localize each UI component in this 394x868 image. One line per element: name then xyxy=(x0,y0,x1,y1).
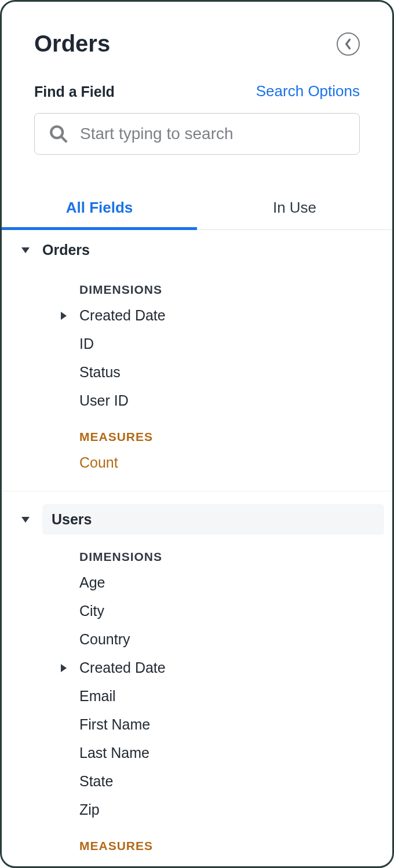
chevron-down-icon xyxy=(21,517,30,523)
field-label: First Name xyxy=(79,716,150,733)
dimension-field[interactable]: Email xyxy=(2,682,392,710)
dimension-field[interactable]: City xyxy=(2,597,392,625)
search-icon xyxy=(49,124,68,144)
field-label: ID xyxy=(79,335,94,352)
search-input[interactable] xyxy=(80,125,345,143)
field-label: Created Date xyxy=(79,307,166,324)
tab-in-use[interactable]: In Use xyxy=(197,188,392,229)
field-label: City xyxy=(79,603,104,619)
measure-field[interactable]: Count xyxy=(2,448,392,477)
dimension-field[interactable]: Age xyxy=(2,568,392,597)
field-label: Count xyxy=(79,454,118,471)
group-name: Orders xyxy=(42,242,90,258)
field-label: State xyxy=(79,773,113,790)
group-header-users[interactable]: Users xyxy=(42,504,384,535)
measures-label: MEASURES xyxy=(2,415,392,448)
dimension-field[interactable]: ID xyxy=(2,330,392,358)
dimension-field[interactable]: Created Date xyxy=(2,301,392,330)
tabs: All Fields In Use xyxy=(2,188,392,230)
field-label: Status xyxy=(79,364,121,381)
dimension-field[interactable]: Status xyxy=(2,358,392,386)
measures-label: MEASURES xyxy=(2,824,392,858)
collapse-panel-button[interactable] xyxy=(337,32,360,56)
search-box[interactable] xyxy=(34,113,360,155)
svg-line-1 xyxy=(61,136,67,142)
dimension-field[interactable]: Zip xyxy=(2,796,392,824)
dimensions-label: DIMENSIONS xyxy=(2,535,392,568)
measure-field[interactable]: Count xyxy=(2,858,392,868)
chevron-down-icon xyxy=(21,247,30,253)
search-options-link[interactable]: Search Options xyxy=(256,82,360,100)
panel-title: Orders xyxy=(34,31,110,57)
field-label: Email xyxy=(79,688,116,705)
dimensions-label: DIMENSIONS xyxy=(2,268,392,301)
field-label: Age xyxy=(79,574,105,591)
field-label: Created Date xyxy=(79,659,166,676)
dimension-field[interactable]: User ID xyxy=(2,386,392,415)
field-label: Last Name xyxy=(79,745,149,761)
find-field-label: Find a Field xyxy=(34,83,115,100)
field-picker-panel: Orders Find a Field Search Options All F… xyxy=(0,0,394,868)
group-name: Users xyxy=(52,511,92,527)
field-list: Orders DIMENSIONS Created Date ID Status… xyxy=(2,230,392,868)
chevron-right-icon xyxy=(61,312,67,320)
dimension-field[interactable]: State xyxy=(2,767,392,796)
tab-all-fields[interactable]: All Fields xyxy=(2,188,197,229)
dimension-field[interactable]: Created Date xyxy=(2,654,392,682)
svg-point-0 xyxy=(51,126,63,138)
field-label: Zip xyxy=(79,801,100,818)
chevron-left-icon xyxy=(344,38,352,50)
dimension-field[interactable]: Country xyxy=(2,625,392,654)
field-label: Count xyxy=(79,863,118,868)
group-header-orders[interactable]: Orders xyxy=(2,232,392,268)
dimension-field[interactable]: First Name xyxy=(2,710,392,739)
field-label: User ID xyxy=(79,392,129,409)
dimension-field[interactable]: Last Name xyxy=(2,739,392,767)
field-label: Country xyxy=(79,631,130,648)
chevron-right-icon xyxy=(61,664,67,672)
